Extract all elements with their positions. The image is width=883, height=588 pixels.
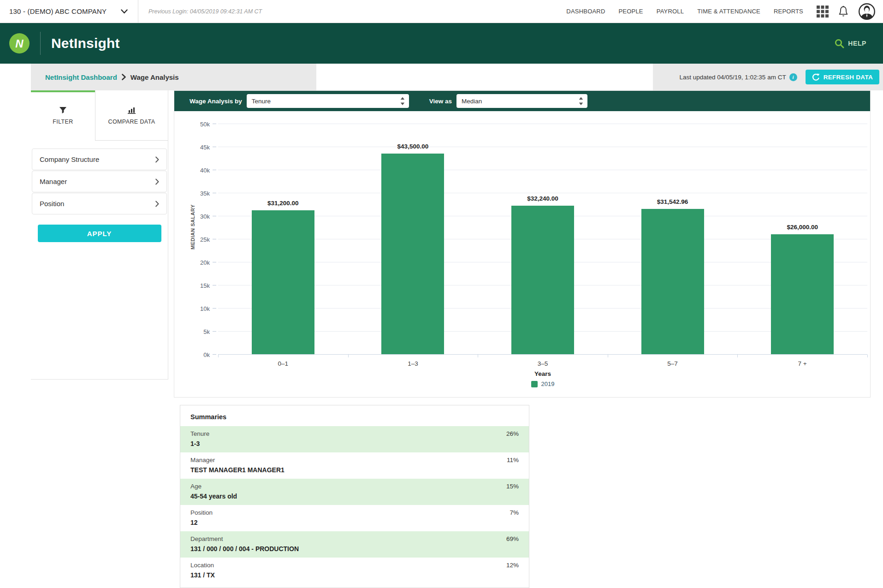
tab-filter-label: FILTER [53, 119, 73, 125]
app-title: NetInsight [51, 36, 120, 51]
tab-filter[interactable]: FILTER [31, 90, 95, 141]
summary-percent: 7% [510, 509, 519, 516]
y-axis-tick-label: 40k [190, 167, 210, 174]
bar-value-label: $31,542.96 [657, 198, 688, 205]
info-icon[interactable]: i [789, 73, 797, 81]
notifications-bell-icon[interactable] [837, 5, 849, 18]
x-axis-category-label: 7 + [737, 360, 867, 367]
help-label: HELP [848, 40, 866, 47]
summary-percent: 15% [506, 483, 519, 490]
apply-button[interactable]: APPLY [38, 225, 161, 242]
summary-label: Tenure [190, 430, 209, 437]
nav-people[interactable]: PEOPLE [619, 8, 643, 15]
status-bar: Last updated 04/05/19, 1:02:35 am CT i R… [653, 64, 883, 90]
header-divider [40, 32, 41, 55]
bar-column-1-3: $43,500.00 [348, 124, 478, 355]
sidebar-section-company-structure[interactable]: Company Structure [32, 148, 167, 170]
sidebar-section-position[interactable]: Position [32, 193, 167, 214]
y-axis-tick-label: 15k [190, 282, 210, 289]
y-axis-tick [213, 216, 216, 216]
bar-column-7-+: $26,000.00 [737, 124, 867, 355]
chart-legend: Years 2019 [218, 370, 867, 389]
sidebar-section-manager[interactable]: Manager [32, 171, 167, 192]
summary-value: TEST MANAGER1 MANAGER1 [190, 466, 519, 474]
refresh-data-label: REFRESH DATA [824, 74, 873, 81]
summary-row-location: Location12%131 / TX [180, 558, 529, 584]
bar-5-7[interactable] [641, 209, 704, 354]
view-as-select[interactable]: Median [456, 94, 587, 108]
summaries-title: Summaries [180, 405, 529, 426]
svg-text:N: N [15, 37, 24, 50]
sidebar-section-label: Company Structure [40, 155, 99, 163]
view-as-value: Median [462, 98, 482, 105]
summaries-rows: Tenure26%1-3Manager11%TEST MANAGER1 MANA… [180, 426, 529, 584]
summary-label: Department [190, 535, 223, 542]
y-axis-tick [213, 262, 216, 262]
bar-column-0-1: $31,200.00 [218, 124, 348, 355]
breadcrumb-row: NetInsight Dashboard Wage Analysis Last … [0, 64, 883, 90]
y-axis-tick-label: 0k [190, 351, 210, 358]
user-avatar[interactable] [858, 3, 876, 20]
y-axis-tick [213, 308, 216, 309]
summary-row-position: Position7%12 [180, 505, 529, 531]
y-axis-tick-label: 5k [190, 328, 210, 335]
bar-value-label: $43,500.00 [397, 143, 429, 150]
refresh-data-button[interactable]: REFRESH DATA [806, 70, 879, 84]
x-axis-tick [867, 355, 868, 357]
select-stepper-icon [400, 97, 405, 106]
top-icon-group [817, 3, 876, 20]
y-axis-tick [213, 147, 216, 147]
y-axis-tick [213, 354, 216, 355]
nav-reports[interactable]: REPORTS [774, 8, 803, 15]
previous-login-text: Previous Login: 04/05/2019 09:42:31 AM C… [148, 8, 262, 15]
breadcrumb-current-page: Wage Analysis [130, 73, 179, 81]
bar-7-+[interactable] [771, 234, 834, 354]
analysis-by-label: Wage Analysis by [190, 98, 242, 105]
x-axis-category-label: 0–1 [218, 360, 348, 367]
y-axis-tick-label: 25k [190, 236, 210, 243]
bar-value-label: $26,000.00 [787, 224, 818, 231]
y-axis-tick-label: 35k [190, 190, 210, 197]
y-axis-tick [213, 170, 216, 170]
legend-entry-2019[interactable]: 2019 [531, 380, 555, 387]
summary-value: 131 / TX [190, 571, 519, 579]
summary-label: Age [190, 483, 201, 490]
chart-toolbar: Wage Analysis by Tenure View as Median [174, 91, 870, 111]
bar-1-3[interactable] [381, 154, 444, 354]
summary-row-age: Age15%45-54 years old [180, 479, 529, 505]
bar-0-1[interactable] [252, 210, 314, 354]
bar-3-5[interactable] [511, 206, 574, 354]
sidebar-tabs: FILTER COMPARE DATA [31, 90, 168, 141]
summary-row-manager: Manager11%TEST MANAGER1 MANAGER1 [180, 452, 529, 479]
summary-row-top: Position7% [190, 509, 519, 516]
x-axis-tick [608, 355, 608, 357]
summary-row-top: Age15% [190, 483, 519, 490]
apps-grid-icon[interactable] [817, 6, 829, 18]
company-selector-label: 130 - (DEMO) ABC COMPANY [9, 7, 107, 15]
x-axis-category-label: 1–3 [348, 360, 478, 367]
analysis-by-select[interactable]: Tenure [247, 94, 409, 108]
select-stepper-icon [579, 97, 583, 106]
nav-time-attendance[interactable]: TIME & ATTENDANCE [697, 8, 760, 15]
summary-value: 45-54 years old [190, 493, 519, 500]
chevron-right-icon [155, 178, 159, 185]
x-axis-tick [348, 355, 349, 357]
summary-percent: 69% [506, 535, 519, 542]
nav-payroll[interactable]: PAYROLL [657, 8, 684, 15]
sidebar-section-label: Manager [40, 178, 67, 185]
company-selector[interactable]: 130 - (DEMO) ABC COMPANY [0, 0, 138, 23]
y-axis-tick [213, 124, 216, 124]
x-axis-tick [478, 355, 478, 357]
y-axis-tick-label: 50k [190, 121, 210, 128]
summary-percent: 12% [506, 562, 519, 569]
breadcrumb-dashboard-link[interactable]: NetInsight Dashboard [45, 73, 117, 81]
tab-compare-data[interactable]: COMPARE DATA [95, 90, 168, 141]
help-button[interactable]: HELP [835, 39, 866, 48]
y-axis-tick [213, 331, 216, 332]
legend-swatch-icon [531, 381, 538, 387]
nav-dashboard[interactable]: DASHBOARD [566, 8, 605, 15]
search-icon [835, 39, 844, 48]
tab-compare-data-label: COMPARE DATA [108, 119, 155, 125]
x-axis-tick [218, 355, 219, 357]
bar-column-5-7: $31,542.96 [608, 124, 738, 355]
